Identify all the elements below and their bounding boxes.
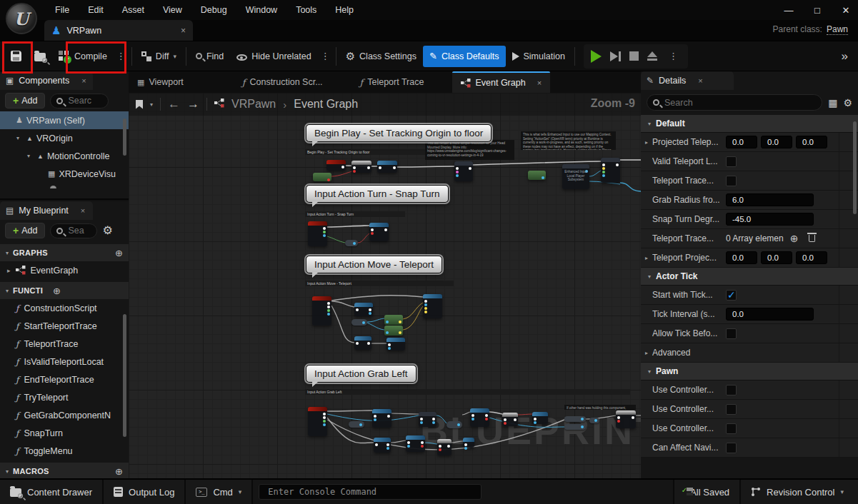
checkbox[interactable] bbox=[726, 423, 737, 434]
breadcrumb-current[interactable]: Event Graph bbox=[294, 98, 358, 111]
components-scrollbar[interactable] bbox=[123, 119, 126, 156]
comment-bubble[interactable]: Input Action Turn - Snap Turn bbox=[306, 185, 449, 203]
menu-window[interactable]: Window bbox=[236, 1, 286, 19]
add-function-icon[interactable]: ⊕ bbox=[53, 286, 61, 296]
blueprint-node[interactable] bbox=[354, 303, 373, 316]
blueprint-node[interactable] bbox=[312, 296, 331, 326]
menu-edit[interactable]: Edit bbox=[79, 1, 113, 19]
blueprint-node[interactable] bbox=[372, 409, 391, 428]
expander-icon[interactable]: ▸ bbox=[7, 267, 11, 274]
nav-back-icon[interactable]: ← bbox=[168, 97, 180, 111]
blueprint-node[interactable] bbox=[532, 412, 548, 424]
blueprint-node[interactable] bbox=[384, 315, 403, 325]
console-command-input[interactable] bbox=[266, 486, 474, 498]
macros-section-header[interactable]: ▾MACROS⊕ bbox=[0, 463, 129, 478]
asset-tab-vrpawn[interactable]: ♟ VRPawn × bbox=[44, 20, 193, 41]
menu-debug[interactable]: Debug bbox=[191, 1, 236, 19]
my-blueprint-scrollbar[interactable] bbox=[123, 314, 126, 437]
blueprint-node[interactable] bbox=[437, 439, 452, 455]
close-icon[interactable]: × bbox=[81, 206, 85, 215]
frame-skip-button[interactable] bbox=[610, 51, 621, 61]
blueprint-node[interactable] bbox=[386, 338, 405, 351]
details-panel-tab[interactable]: ✎ Details × bbox=[641, 71, 734, 90]
components-search-input[interactable] bbox=[66, 95, 102, 106]
my-blueprint-panel-tab[interactable]: ▤ My Blueprint × bbox=[0, 201, 93, 220]
clear-array-icon[interactable] bbox=[809, 235, 815, 242]
blueprint-node[interactable] bbox=[351, 319, 367, 326]
blueprint-settings-gear-icon[interactable]: ⚙ bbox=[102, 225, 112, 236]
comment-box-title[interactable]: Input Action Move - Teleport bbox=[305, 281, 454, 286]
details-section-default[interactable]: ▾Default bbox=[641, 115, 858, 133]
details-search[interactable] bbox=[647, 94, 822, 111]
number-field[interactable]: -45.0 bbox=[726, 213, 814, 226]
details-settings-gear-icon[interactable]: ⚙ bbox=[843, 97, 852, 109]
menu-help[interactable]: Help bbox=[326, 1, 363, 19]
checkbox[interactable] bbox=[726, 404, 737, 415]
number-field[interactable]: 0.0 bbox=[726, 136, 757, 148]
blueprint-node[interactable]: Enhanced Input Local Player Subsystem bbox=[562, 164, 589, 189]
expander-icon[interactable]: ▸ bbox=[645, 139, 652, 146]
blueprint-node[interactable] bbox=[345, 240, 358, 246]
comment-bubble[interactable]: Input Action Move - Teleport bbox=[306, 256, 442, 273]
menu-tools[interactable]: Tools bbox=[286, 1, 326, 19]
display-filter-icon[interactable]: ▦ bbox=[828, 97, 837, 109]
tree-item-vrpawn-self-[interactable]: ♟VRPawn (Self) bbox=[0, 111, 129, 129]
blueprint-node[interactable] bbox=[463, 438, 474, 448]
bookmark-icon[interactable] bbox=[136, 100, 143, 109]
comment-box-title[interactable]: Input Action Turn - Snap Turn bbox=[305, 211, 405, 217]
menu-view[interactable]: View bbox=[154, 1, 191, 19]
browse-button[interactable] bbox=[28, 45, 52, 68]
blueprint-node[interactable] bbox=[308, 407, 327, 436]
checkbox[interactable] bbox=[726, 176, 737, 186]
number-field[interactable]: 0.0 bbox=[796, 251, 827, 264]
add-graph-icon[interactable]: ⊕ bbox=[115, 248, 123, 258]
number-field[interactable]: 0.0 bbox=[726, 251, 757, 264]
event-graph-canvas[interactable]: BLUEPRINT Begin Play - Set Tracking Orig… bbox=[129, 93, 641, 478]
graph-tab-construction-scr-[interactable]: ƒConstruction Scr... bbox=[234, 71, 331, 93]
blueprint-node[interactable] bbox=[502, 413, 518, 426]
unreal-logo-icon[interactable]: U bbox=[6, 3, 37, 34]
diff-button[interactable]: Diff▾ bbox=[135, 45, 183, 68]
number-field[interactable]: 0.0 bbox=[761, 136, 792, 148]
play-button[interactable] bbox=[591, 50, 602, 63]
close-button[interactable]: ✕ bbox=[841, 5, 851, 16]
details-section-pawn[interactable]: ▾Pawn bbox=[641, 363, 858, 380]
checkbox[interactable] bbox=[726, 385, 737, 395]
function-item-endteleporttrace[interactable]: ƒEndTeleportTrace bbox=[0, 371, 129, 388]
checkbox[interactable] bbox=[726, 328, 737, 339]
tree-item-vrorigin[interactable]: ▾▲VROrigin bbox=[0, 129, 129, 147]
details-scrollbar[interactable] bbox=[853, 121, 857, 214]
graph-tab-event-graph[interactable]: Event Graph× bbox=[452, 71, 550, 93]
comment-bubble[interactable]: Input Action Grab Left bbox=[306, 365, 416, 383]
details-section-actor-tick[interactable]: ▾Actor Tick bbox=[641, 268, 858, 286]
hide-unrelated-options-icon[interactable]: ⋮ bbox=[318, 51, 333, 61]
number-field[interactable]: 6.0 bbox=[726, 193, 814, 206]
function-item-teleporttrace[interactable]: ƒTeleportTrace bbox=[0, 335, 129, 353]
eject-button[interactable] bbox=[647, 51, 657, 61]
function-item-togglemenu[interactable]: ƒToggleMenu bbox=[0, 442, 129, 460]
graphs-section-header[interactable]: ▾GRAPHS⊕ bbox=[0, 244, 129, 261]
chevron-down-icon[interactable]: ▾ bbox=[150, 101, 153, 108]
nav-forward-icon[interactable]: → bbox=[187, 97, 199, 111]
blueprint-node[interactable] bbox=[528, 171, 546, 180]
checkbox[interactable] bbox=[726, 290, 737, 301]
details-search-input[interactable] bbox=[663, 97, 816, 109]
components-search[interactable] bbox=[50, 94, 109, 109]
close-icon[interactable]: × bbox=[698, 76, 702, 85]
checkbox[interactable] bbox=[726, 443, 737, 453]
blueprint-node[interactable] bbox=[564, 424, 586, 430]
blueprint-node[interactable] bbox=[454, 161, 473, 181]
blueprint-node[interactable] bbox=[374, 438, 391, 453]
blueprint-node[interactable] bbox=[354, 336, 371, 350]
blueprint-node[interactable] bbox=[419, 412, 437, 427]
graph-note[interactable]: If other hand was holding this component… bbox=[564, 405, 636, 410]
hide-unrelated-button[interactable]: Hide Unrelated bbox=[230, 45, 317, 68]
compile-options-icon[interactable]: ⋮ bbox=[114, 51, 129, 61]
toolbar-overflow-icon[interactable]: » bbox=[842, 49, 854, 64]
my-blueprint-search-input[interactable] bbox=[66, 225, 91, 236]
blueprint-node[interactable] bbox=[470, 408, 489, 427]
number-field[interactable]: 0.0 bbox=[761, 251, 792, 264]
close-icon[interactable]: × bbox=[81, 76, 86, 85]
functions-section-header[interactable]: ▾FUNCTI⊕ bbox=[0, 282, 129, 299]
my-blueprint-search[interactable] bbox=[50, 223, 97, 238]
